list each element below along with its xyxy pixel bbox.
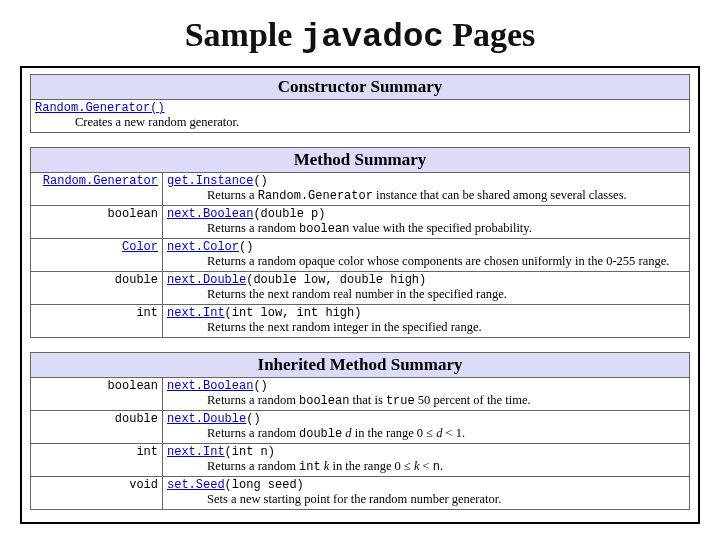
method-args: () [239, 240, 253, 254]
method-link[interactable]: next.Color [167, 240, 239, 254]
title-suffix: Pages [444, 16, 536, 53]
constructor-summary-heading: Constructor Summary [31, 75, 690, 100]
inherited-row: int next.Int(int n) Returns a random int… [31, 444, 690, 477]
return-type: int [136, 445, 158, 459]
page-title: Sample javadoc Pages [20, 16, 700, 56]
method-args: () [246, 412, 260, 426]
return-type: boolean [108, 207, 158, 221]
method-link[interactable]: next.Double [167, 273, 246, 287]
method-desc: Returns the next random integer in the s… [167, 320, 685, 335]
method-args: (double p) [253, 207, 325, 221]
method-row: boolean next.Boolean(double p) Returns a… [31, 206, 690, 239]
constructor-desc: Creates a new random generator. [35, 115, 685, 130]
method-row: double next.Double(double low, double hi… [31, 272, 690, 305]
inherited-summary-heading: Inherited Method Summary [31, 353, 690, 378]
constructor-link[interactable]: Random.Generator() [35, 101, 165, 115]
inherited-row: double next.Double() Returns a random do… [31, 411, 690, 444]
method-link[interactable]: get.Instance [167, 174, 253, 188]
method-link[interactable]: next.Boolean [167, 379, 253, 393]
method-desc: Sets a new starting point for the random… [167, 492, 685, 507]
method-row: Color next.Color() Returns a random opaq… [31, 239, 690, 272]
method-summary-heading: Method Summary [31, 148, 690, 173]
method-args: (double low, double high) [246, 273, 426, 287]
method-link[interactable]: next.Int [167, 445, 225, 459]
method-desc: Returns a random opaque color whose comp… [167, 254, 685, 269]
title-prefix: Sample [185, 16, 301, 53]
method-desc: Returns a random boolean value with the … [167, 221, 685, 236]
method-args: (int low, int high) [225, 306, 362, 320]
return-type: void [129, 478, 158, 492]
inherited-row: boolean next.Boolean() Returns a random … [31, 378, 690, 411]
method-args: (int n) [225, 445, 275, 459]
method-row: int next.Int(int low, int high) Returns … [31, 305, 690, 338]
inherited-row: void set.Seed(long seed) Sets a new star… [31, 477, 690, 510]
method-link[interactable]: next.Int [167, 306, 225, 320]
inherited-method-summary-table: Inherited Method Summary boolean next.Bo… [30, 352, 690, 510]
method-desc: Returns a random double d in the range 0… [167, 426, 685, 441]
constructor-row: Random.Generator() Creates a new random … [31, 100, 690, 133]
method-summary-table: Method Summary Random.Generator get.Inst… [30, 147, 690, 338]
method-args: () [253, 379, 267, 393]
return-type-link[interactable]: Color [122, 240, 158, 254]
content-box: Constructor Summary Random.Generator() C… [20, 66, 700, 524]
return-type: boolean [108, 379, 158, 393]
return-type: int [136, 306, 158, 320]
method-desc: Returns a random int k in the range 0 ≤ … [167, 459, 685, 474]
method-args: () [253, 174, 267, 188]
method-row: Random.Generator get.Instance() Returns … [31, 173, 690, 206]
method-link[interactable]: next.Boolean [167, 207, 253, 221]
title-javadoc: javadoc [301, 18, 444, 56]
method-desc: Returns the next random real number in t… [167, 287, 685, 302]
method-desc: Returns a random boolean that is true 50… [167, 393, 685, 408]
method-args: (long seed) [225, 478, 304, 492]
method-desc: Returns a Random.Generator instance that… [167, 188, 685, 203]
return-type: double [115, 412, 158, 426]
return-type: double [115, 273, 158, 287]
method-link[interactable]: next.Double [167, 412, 246, 426]
method-link[interactable]: set.Seed [167, 478, 225, 492]
slide: Sample javadoc Pages Constructor Summary… [0, 0, 720, 540]
constructor-summary-table: Constructor Summary Random.Generator() C… [30, 74, 690, 133]
return-type-link[interactable]: Random.Generator [43, 174, 158, 188]
